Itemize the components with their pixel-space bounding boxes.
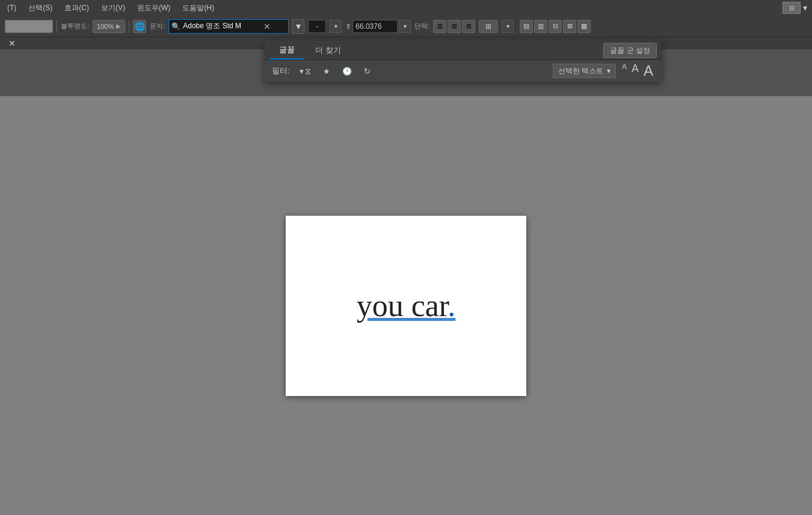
size-large-btn[interactable]: A <box>642 61 654 81</box>
font-style-input[interactable]: - <box>308 20 326 33</box>
align-buttons: ≡ ≡ ≡ <box>433 20 475 33</box>
font-style-dropdown[interactable]: ▾ <box>330 20 342 33</box>
menu-item-window[interactable]: 윈도우(W) <box>135 2 173 14</box>
align-right-btn[interactable]: ≡ <box>462 20 475 33</box>
opacity-label: 불투명도: <box>61 22 89 31</box>
selected-text-chevron: ▾ <box>607 67 611 75</box>
icon-btn-1[interactable]: ▤ <box>520 20 533 33</box>
filter-row: 필터: ▾ ⧖ ★ 🕐 ↻ 선택한 텍스트 ▾ A A A <box>265 60 662 82</box>
align-center-btn[interactable]: ≡ <box>448 20 461 33</box>
clock-icon: 🕐 <box>342 67 352 76</box>
size-small-btn[interactable]: A <box>621 61 628 81</box>
opacity-value: 100% <box>97 23 114 30</box>
menu-item-help[interactable]: 도움말(H) <box>180 2 217 14</box>
font-size-group: ⬆ 66.0376 ▾ <box>345 20 411 33</box>
filter-right: 선택한 텍스트 ▾ A A A <box>553 61 654 81</box>
separator-2 <box>129 20 129 32</box>
font-group-settings-btn[interactable]: 글꼴 군 설정 <box>603 43 657 58</box>
star-icon: ★ <box>323 67 330 76</box>
canvas-text: you car. <box>357 288 456 323</box>
main-canvas: you car. <box>0 96 812 515</box>
filter-star-btn[interactable]: ★ <box>321 66 333 77</box>
filter-funnel-icon: ▾ <box>300 67 304 76</box>
grid-icon-btn[interactable]: ⊞ <box>479 20 498 33</box>
layout-btn[interactable]: ⊟ <box>783 2 801 14</box>
globe-icon[interactable]: 🌐 <box>133 20 146 33</box>
font-size-input[interactable]: 66.0376 <box>352 20 398 33</box>
icon-btn-4[interactable]: ⊠ <box>563 20 576 33</box>
canvas-page: you car. <box>286 216 526 396</box>
font-size-dropdown[interactable]: ▾ <box>399 20 411 33</box>
font-panel: 글꼴 더 찾기 글꼴 군 설정 필터: ▾ ⧖ ★ 🕐 ↻ 선택한 텍스트 ▾ … <box>265 41 662 82</box>
selected-text-dropdown[interactable]: 선택한 텍스트 ▾ <box>553 64 616 78</box>
filter-funnel-shape: ⧖ <box>305 66 311 76</box>
separator-1 <box>57 20 57 32</box>
cloud-icon: ↻ <box>364 67 371 76</box>
extra-toolbar-icons: ▤ ▥ ⊟ ⊠ ▦ <box>520 20 591 33</box>
menu-item-effect[interactable]: 효과(C) <box>62 2 91 14</box>
grid-dropdown[interactable]: ▾ <box>502 20 514 33</box>
filter-recent-btn[interactable]: 🕐 <box>340 66 354 77</box>
tab-find-more[interactable]: 더 찾기 <box>306 41 351 59</box>
size-medium-btn[interactable]: A <box>630 61 640 81</box>
align-left-btn[interactable]: ≡ <box>433 20 446 33</box>
filter-label: 필터: <box>272 66 290 76</box>
search-clear-btn[interactable]: ✕ <box>263 22 271 31</box>
menu-item-view[interactable]: 보기(V) <box>99 2 128 14</box>
tabs-row: 글꼴 더 찾기 글꼴 군 설정 <box>265 41 662 60</box>
paragraph-label: 단락: <box>414 22 429 31</box>
toolbar-1: 불투명도: 100% ▶ 🌐 문자: 🔍 ✕ ▾ - ▾ ⬆ 66.0376 ▾… <box>0 16 812 37</box>
icon-btn-2[interactable]: ▥ <box>534 20 547 33</box>
close-x-btn[interactable]: ✕ <box>5 37 19 49</box>
icon-btn-3[interactable]: ⊟ <box>549 20 562 33</box>
filter-dropdown-btn[interactable]: ▾ ⧖ <box>297 65 313 78</box>
font-search-input[interactable] <box>183 22 261 31</box>
arrange-icon[interactable]: ▾ <box>803 3 807 13</box>
selected-text-label: 선택한 텍스트 <box>558 66 603 76</box>
menu-item-select[interactable]: 선택(S) <box>26 2 55 14</box>
font-dropdown-arrow[interactable]: ▾ <box>292 19 304 34</box>
font-search-toolbar[interactable]: 🔍 ✕ <box>168 19 289 34</box>
menu-item-t[interactable]: (T) <box>5 2 19 13</box>
opacity-box[interactable]: 100% ▶ <box>93 20 125 33</box>
size-preview-btns: A A A <box>621 61 654 81</box>
color-swatch[interactable] <box>5 20 53 33</box>
icon-btn-5[interactable]: ▦ <box>577 20 591 33</box>
char-label: 문자: <box>150 22 165 31</box>
tab-font[interactable]: 글꼴 <box>269 41 304 59</box>
filter-cloud-btn[interactable]: ↻ <box>361 66 373 77</box>
menu-bar: (T) 선택(S) 효과(C) 보기(V) 윈도우(W) 도움말(H) ⊟ ▾ <box>0 0 812 16</box>
